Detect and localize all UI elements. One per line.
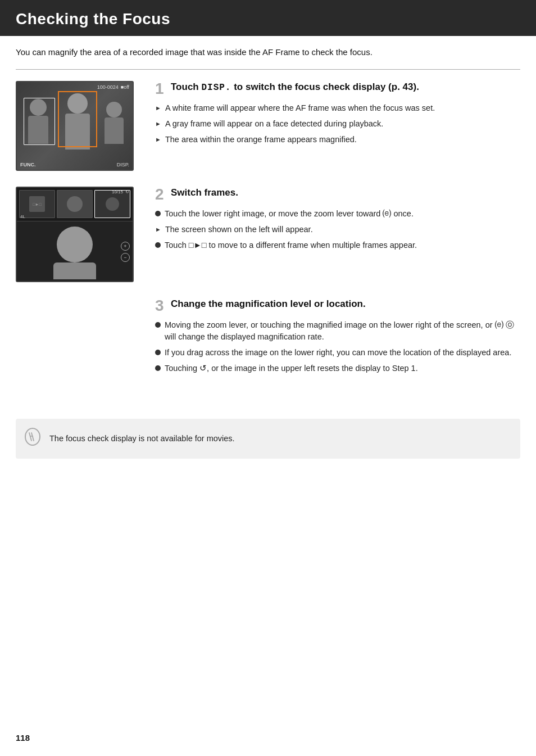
content-area: 100-0024 ■off <box>0 81 536 405</box>
screen1-content: 100-0024 ■off <box>17 82 133 170</box>
step-1-image: 100-0024 ■off <box>16 81 139 171</box>
af-frame-1 <box>24 98 55 145</box>
circle-icon-4 <box>155 350 161 355</box>
camera-screen-2: 10/15 ↻ □►□ <box>16 187 134 282</box>
divider <box>16 69 520 70</box>
screen1-topbar: 100-0024 ■off <box>97 84 129 90</box>
triangle-icon-4: ► <box>155 225 161 234</box>
step-2-header: 2 Switch frames. <box>155 187 520 202</box>
note-box: The focus check display is not available… <box>16 419 520 459</box>
thumb-2 <box>57 190 93 218</box>
bullet-2-1-text: Touch the lower right image, or move the… <box>165 208 414 220</box>
circle-icon-1 <box>155 211 161 216</box>
bullet-3-3: Touching ↺, or the image in the upper le… <box>155 363 520 374</box>
bullet-2-3: Touch □►□ to move to a different frame w… <box>155 239 520 251</box>
step-1-header: 1 Touch DISP. to switch the focus check … <box>155 81 520 97</box>
step-2-text: 2 Switch frames. Touch the lower right i… <box>155 187 520 255</box>
step-1-title-post: to switch the focus check display (p. 43… <box>231 82 419 92</box>
step-2-image: 10/15 ↻ □►□ <box>16 187 139 282</box>
step-1-title: Touch DISP. to switch the focus check di… <box>171 81 419 94</box>
bullet-3-1-text: Moving the zoom lever, or touching the m… <box>165 319 520 343</box>
step-3-title: Change the magnification level or locati… <box>171 298 366 311</box>
triangle-icon-3: ► <box>155 135 161 144</box>
bullet-3-1: Moving the zoom lever, or touching the m… <box>155 319 520 343</box>
bullet-1-1-text: A white frame will appear where the AF f… <box>165 102 435 114</box>
bullet-3-2: If you drag across the image on the lowe… <box>155 347 520 359</box>
triangle-icon-1: ► <box>155 104 161 113</box>
screen2-bottom-section: + − <box>17 221 133 282</box>
page-header: Checking the Focus <box>0 0 536 36</box>
thumb3-face <box>106 197 119 211</box>
step-2-number: 2 <box>155 187 167 202</box>
screen2-topbar: 10/15 ↻ <box>112 189 129 194</box>
bullet-1-2-text: A gray frame will appear on a face detec… <box>165 118 384 130</box>
screen1-botleft: FUNC. <box>20 162 36 168</box>
step-3-bullets: Moving the zoom lever, or touching the m… <box>155 319 520 374</box>
zoom-out-icon: − <box>121 253 130 262</box>
screen2-info: 10/15 <box>112 189 123 194</box>
intro-text: You can magnify the area of a recorded i… <box>0 46 536 67</box>
face3 <box>106 102 122 117</box>
bullet-2-1: Touch the lower right image, or move the… <box>155 208 520 220</box>
step-2-row: 10/15 ↻ □►□ <box>16 187 520 282</box>
step-3-header: 3 Change the magnification level or loca… <box>155 298 520 314</box>
step-1-row: 100-0024 ■off <box>16 81 520 171</box>
bullet-3-2-text: If you drag across the image on the lowe… <box>165 347 511 359</box>
bullet-1-2: ► A gray frame will appear on a face det… <box>155 118 520 130</box>
bullet-1-3: ► The area within the orange frame appea… <box>155 134 520 146</box>
step-1-number: 1 <box>155 81 167 97</box>
step-2-bullets: Touch the lower right image, or move the… <box>155 208 520 251</box>
step-3-text: 3 Change the magnification level or loca… <box>155 298 520 378</box>
swap-icon: □►□ <box>33 202 41 206</box>
screen1-info: 100-0024 <box>97 84 119 90</box>
note-text: The focus check display is not available… <box>49 433 235 445</box>
svg-line-1 <box>29 433 31 441</box>
bullet-3-3-text: Touching ↺, or the image in the upper le… <box>165 363 418 374</box>
large-face-head <box>57 227 93 262</box>
screen2-return-icon: ↻ <box>125 189 129 194</box>
svg-line-2 <box>31 433 34 441</box>
bullet-2-2: ► The screen shown on the left will appe… <box>155 224 520 236</box>
circle-icon-3 <box>155 322 161 328</box>
step-3-row: 3 Change the magnification level or loca… <box>16 298 520 378</box>
pencil-icon <box>24 427 42 447</box>
screen2-top-section: 10/15 ↻ □►□ <box>17 188 133 221</box>
step-1-title-pre: Touch <box>171 82 201 92</box>
screen2-botleft-label: 4L <box>20 214 25 219</box>
large-face <box>52 227 97 277</box>
screen1-topright: ■off <box>121 84 129 90</box>
bullet-2-2-text: The screen shown on the left will appear… <box>165 224 313 236</box>
thumb-3 <box>94 190 130 218</box>
body3 <box>105 117 124 144</box>
bullet-2-3-text: Touch □►□ to move to a different frame w… <box>165 239 417 251</box>
large-face-body <box>53 262 96 279</box>
page: Checking the Focus You can magnify the a… <box>0 0 536 756</box>
bullet-1-1: ► A white frame will appear where the AF… <box>155 102 520 114</box>
step-1-text: 1 Touch DISP. to switch the focus check … <box>155 81 520 150</box>
page-title: Checking the Focus <box>16 10 520 28</box>
camera-screen-1: 100-0024 ■off <box>16 81 134 171</box>
orange-frame <box>58 91 97 147</box>
screen1-botright: DISP. <box>117 162 129 168</box>
thumb2-face <box>67 196 83 212</box>
triangle-icon-2: ► <box>155 120 161 129</box>
thumb1-img: □►□ <box>29 196 45 212</box>
page-number: 118 <box>16 733 30 743</box>
face-group-right <box>100 102 128 144</box>
step-3-number: 3 <box>155 298 167 314</box>
circle-icon-2 <box>155 242 161 248</box>
step-1-bullets: ► A white frame will appear where the AF… <box>155 102 520 146</box>
bullet-1-3-text: The area within the orange frame appears… <box>165 134 357 146</box>
zoom-in-icon: + <box>121 242 130 251</box>
step-2-title: Switch frames. <box>171 187 238 200</box>
note-icon <box>24 427 42 451</box>
zoom-icons: + − <box>121 242 130 262</box>
circle-icon-5 <box>155 365 161 371</box>
step-1-disp: DISP. <box>201 83 231 93</box>
